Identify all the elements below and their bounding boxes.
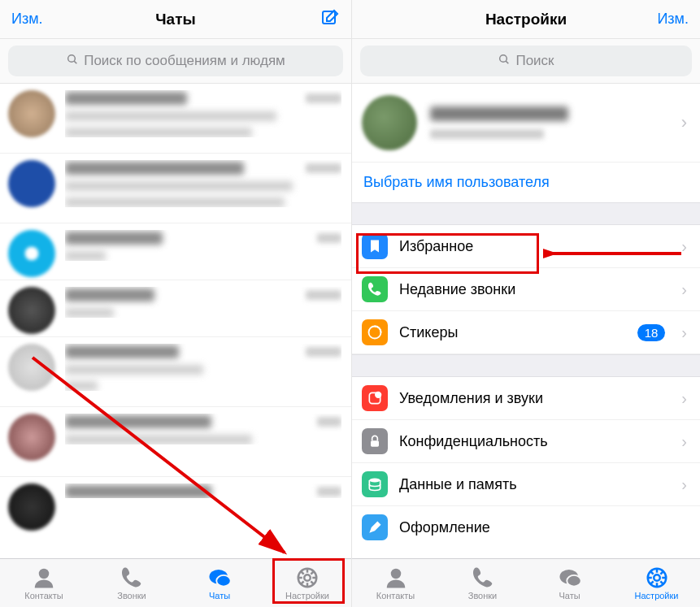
svg-line-34	[660, 581, 663, 584]
avatar	[8, 483, 55, 531]
profile-phone-blurred	[430, 129, 544, 139]
phone-chats: Изм. Чаты Поиск по сообщениям и людям	[0, 0, 351, 607]
svg-line-14	[301, 581, 304, 584]
tab-label: Звонки	[468, 591, 498, 600]
sticker-icon	[362, 319, 388, 345]
cell-label: Недавние звонки	[399, 281, 670, 298]
svg-point-3	[39, 569, 50, 579]
svg-point-24	[390, 569, 401, 579]
tab-settings[interactable]: Настройки	[263, 559, 351, 607]
chats-header: Изм. Чаты	[0, 0, 351, 39]
profile-row[interactable]: ›	[352, 84, 700, 162]
svg-line-15	[311, 571, 314, 574]
chat-row[interactable]	[0, 337, 351, 407]
search-placeholder: Поиск	[515, 53, 554, 69]
cell-label: Стикеры	[399, 324, 626, 341]
search-input[interactable]: Поиск по сообщениям и людям	[8, 46, 343, 76]
compose-icon[interactable]	[320, 16, 340, 30]
chat-row[interactable]	[0, 477, 351, 534]
cell-privacy[interactable]: Конфиденциальность ›	[352, 420, 700, 463]
lock-icon	[362, 428, 388, 454]
tabbar-left: Контакты Звонки Чаты Настройки	[0, 558, 351, 607]
bookmark-icon	[362, 233, 388, 259]
section-gap	[352, 202, 700, 225]
chat-row[interactable]	[0, 407, 351, 477]
chat-row[interactable]	[0, 84, 351, 154]
svg-point-23	[369, 479, 380, 483]
svg-point-1	[68, 54, 76, 62]
chevron-right-icon: ›	[681, 237, 690, 256]
svg-rect-22	[371, 440, 379, 447]
chevron-right-icon: ›	[681, 280, 690, 299]
cell-data-storage[interactable]: Данные и память ›	[352, 463, 700, 506]
svg-line-33	[650, 571, 654, 574]
chat-list[interactable]	[0, 84, 351, 558]
cell-stickers[interactable]: Стикеры 18 ›	[352, 311, 700, 354]
tab-settings[interactable]: Настройки	[613, 559, 700, 607]
search-icon	[66, 53, 79, 70]
svg-line-2	[74, 61, 76, 63]
chevron-right-icon: ›	[681, 432, 690, 451]
tab-label: Настройки	[285, 591, 329, 600]
search-input[interactable]: Поиск	[360, 46, 692, 76]
avatar	[8, 287, 55, 334]
data-icon	[362, 471, 388, 497]
edit-button[interactable]: Изм.	[11, 11, 43, 27]
tab-label: Настройки	[635, 591, 679, 600]
search-placeholder: Поиск по сообщениям и людям	[84, 53, 285, 69]
chats-title: Чаты	[155, 11, 195, 28]
tab-contacts[interactable]: Контакты	[0, 559, 88, 607]
avatar	[8, 90, 55, 137]
section-gap	[352, 354, 700, 377]
tab-label: Чаты	[559, 591, 580, 600]
svg-point-28	[654, 574, 660, 581]
svg-line-35	[650, 581, 654, 584]
tab-calls[interactable]: Звонки	[88, 559, 176, 607]
svg-point-17	[500, 54, 507, 62]
cell-label: Оформление	[399, 519, 690, 536]
tab-label: Чаты	[209, 591, 230, 600]
appearance-icon	[362, 514, 388, 540]
phone-icon	[362, 276, 388, 302]
tab-label: Контакты	[376, 591, 415, 600]
svg-line-18	[507, 61, 509, 63]
cell-appearance[interactable]: Оформление	[352, 506, 700, 548]
cell-label: Уведомления и звуки	[399, 390, 670, 407]
tab-chats[interactable]: Чаты	[176, 559, 263, 607]
notifications-icon	[362, 385, 388, 411]
svg-point-5	[216, 575, 231, 587]
cell-favorites[interactable]: Избранное ›	[352, 225, 700, 268]
tab-chats[interactable]: Чаты	[526, 559, 613, 607]
avatar	[8, 230, 55, 277]
tabbar-right: Контакты Звонки Чаты Настройки	[352, 558, 700, 607]
phone-settings: Настройки Изм. Поиск › Выбрать имя польз…	[351, 0, 700, 607]
profile-avatar	[362, 95, 417, 150]
cell-label: Конфиденциальность	[399, 433, 670, 450]
search-icon	[498, 53, 511, 70]
tab-calls[interactable]: Звонки	[439, 559, 526, 607]
settings-title: Настройки	[485, 11, 567, 28]
cell-label: Избранное	[399, 238, 670, 255]
chat-row[interactable]	[0, 280, 351, 337]
profile-name-blurred	[430, 106, 568, 121]
svg-line-13	[311, 581, 314, 584]
avatar	[8, 160, 55, 207]
cell-recent-calls[interactable]: Недавние звонки ›	[352, 268, 700, 311]
edit-button[interactable]: Изм.	[657, 11, 689, 27]
svg-line-36	[660, 571, 663, 574]
cell-label: Данные и память	[399, 476, 670, 493]
avatar	[8, 344, 55, 391]
avatar	[8, 414, 55, 461]
cell-notifications[interactable]: Уведомления и звуки ›	[352, 377, 700, 420]
search-wrap: Поиск по сообщениям и людям	[0, 39, 351, 84]
svg-line-12	[301, 571, 304, 574]
choose-username-link[interactable]: Выбрать имя пользователя	[352, 162, 700, 202]
svg-point-26	[567, 575, 581, 587]
settings-header: Настройки Изм.	[352, 0, 700, 39]
svg-point-7	[304, 574, 311, 581]
chevron-right-icon: ›	[681, 389, 690, 408]
chat-row[interactable]	[0, 154, 351, 223]
search-wrap: Поиск	[352, 39, 700, 84]
tab-contacts[interactable]: Контакты	[352, 559, 439, 607]
chat-row[interactable]	[0, 223, 351, 280]
